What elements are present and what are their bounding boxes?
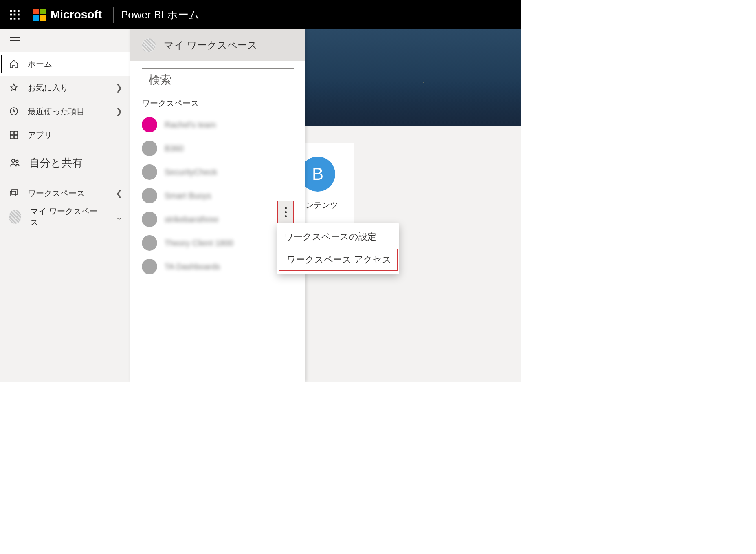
svg-rect-5	[18, 14, 20, 16]
chevron-down-icon: ⌄	[116, 212, 123, 222]
app-launcher-button[interactable]	[0, 0, 29, 29]
nav-toggle-button[interactable]	[0, 29, 130, 52]
nav-workspaces[interactable]: ワークスペース ❮	[0, 181, 130, 205]
clock-icon	[9, 106, 19, 116]
workspace-item[interactable]: B360	[142, 137, 302, 160]
svg-rect-1	[14, 10, 16, 12]
svg-rect-2	[18, 10, 20, 12]
waffle-icon	[9, 9, 20, 20]
brand: Microsoft	[29, 8, 106, 21]
workspace-more-button[interactable]	[277, 201, 294, 223]
svg-rect-19	[10, 191, 16, 196]
svg-point-18	[16, 160, 18, 163]
left-nav: ホーム お気に入り ❯ 最近使った項目 ❯ アプリ 自分と共有 ワークスペース	[0, 29, 130, 382]
people-icon	[9, 157, 20, 168]
menu-workspace-access[interactable]: ワークスペース アクセス	[279, 249, 398, 271]
workspace-item[interactable]: SecurityCheck	[142, 160, 302, 184]
svg-rect-8	[18, 18, 20, 20]
microsoft-logo-icon	[33, 9, 46, 21]
workspace-item[interactable]: Rachel's team	[142, 113, 302, 137]
svg-rect-3	[10, 14, 12, 16]
nav-recent[interactable]: 最近使った項目 ❯	[0, 99, 130, 123]
nav-my-workspace-label: マイ ワークスペース	[30, 206, 98, 228]
brand-text: Microsoft	[51, 8, 102, 21]
workspace-search-input[interactable]	[142, 68, 294, 91]
apps-icon	[9, 130, 19, 140]
workspace-flyout-title: マイ ワークスペース	[164, 39, 257, 52]
svg-rect-14	[14, 131, 18, 135]
workspace-name: strikebarsthree	[165, 215, 218, 224]
workspace-name: TA Dashboards	[165, 262, 220, 271]
nav-home-label: ホーム	[28, 59, 52, 70]
chevron-right-icon: ❯	[116, 106, 123, 116]
star-icon	[9, 83, 19, 93]
nav-recent-label: 最近使った項目	[28, 106, 85, 117]
workspace-name: Theory Client 1800	[165, 238, 233, 248]
nav-shared-label: 自分と共有	[29, 156, 83, 170]
chevron-left-icon: ❮	[116, 188, 123, 198]
workspace-context-menu: ワークスペースの設定 ワークスペース アクセス	[277, 223, 399, 274]
app-title: Power BI ホーム	[121, 8, 200, 22]
svg-rect-16	[14, 135, 18, 139]
svg-rect-13	[10, 131, 13, 135]
more-vertical-icon	[285, 207, 287, 217]
hamburger-icon	[10, 37, 20, 45]
nav-home[interactable]: ホーム	[0, 52, 130, 76]
svg-rect-7	[14, 18, 16, 20]
workspace-section-label: ワークスペース	[130, 95, 305, 111]
workspace-search	[142, 68, 294, 91]
workspace-name: SecurityCheck	[165, 168, 217, 177]
nav-apps-label: アプリ	[28, 130, 52, 141]
workspace-icon	[142, 164, 157, 180]
nav-apps[interactable]: アプリ	[0, 123, 130, 147]
workspace-icon	[142, 259, 157, 274]
nav-shared[interactable]: 自分と共有	[0, 147, 130, 179]
svg-rect-0	[10, 10, 12, 12]
avatar-icon	[142, 38, 156, 52]
nav-workspaces-label: ワークスペース	[28, 188, 85, 199]
divider	[113, 7, 114, 23]
workspace-name: B360	[165, 144, 184, 153]
workspace-icon	[142, 188, 157, 203]
home-icon	[9, 59, 19, 69]
topbar: Microsoft Power BI ホーム	[0, 0, 521, 29]
workspace-name: Smart Buoys	[165, 191, 211, 201]
nav-my-workspace[interactable]: マイ ワークスペース ⌄	[0, 205, 130, 229]
workspace-flyout-header[interactable]: マイ ワークスペース	[130, 29, 305, 61]
menu-workspace-settings[interactable]: ワークスペースの設定	[277, 226, 399, 248]
workspace-icon	[142, 212, 157, 227]
svg-rect-6	[10, 18, 12, 20]
svg-rect-15	[10, 135, 13, 139]
workspace-icon	[142, 141, 157, 156]
nav-favorites[interactable]: お気に入り ❯	[0, 76, 130, 99]
chevron-right-icon: ❯	[116, 83, 123, 93]
svg-rect-20	[12, 190, 18, 194]
avatar-icon	[9, 210, 21, 224]
workspace-icon	[142, 235, 157, 251]
nav-favorites-label: お気に入り	[28, 82, 68, 93]
svg-rect-4	[14, 14, 16, 16]
svg-point-17	[12, 159, 15, 162]
workspaces-icon	[9, 188, 19, 198]
workspace-name: Rachel's team	[165, 120, 216, 130]
workspace-icon	[142, 117, 157, 132]
